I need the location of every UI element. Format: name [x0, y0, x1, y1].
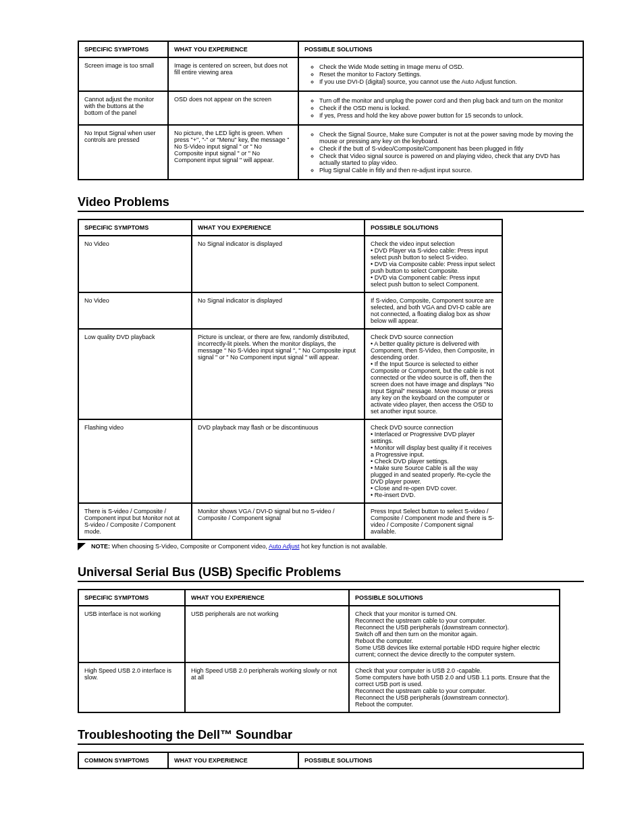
- cell: High Speed USB 2.0 peripherals working s…: [185, 662, 349, 712]
- cell: Monitor shows VGA / DVI-D signal but no …: [192, 503, 365, 540]
- line: Check that your monitor is turned ON.: [355, 610, 554, 617]
- table-row: Screen image is too small Image is cente…: [78, 57, 583, 91]
- table-row: Cannot adjust the monitor with the butto…: [78, 91, 583, 125]
- tableU-h1: WHAT YOU EXPERIENCE: [185, 590, 349, 606]
- video-problems-table: SPECIFIC SYMPTOMS WHAT YOU EXPERIENCE PO…: [78, 219, 503, 540]
- cell: Check the Wide Mode setting in Image men…: [298, 57, 583, 91]
- cell: Check the Signal Source, Make sure Compu…: [298, 125, 583, 180]
- line: • Make sure Source Cable is all the way …: [371, 465, 496, 485]
- cell: Turn off the monitor and unplug the powe…: [298, 91, 583, 125]
- usb-problems-table: SPECIFIC SYMPTOMS WHAT YOU EXPERIENCE PO…: [78, 589, 560, 713]
- table-row: Low quality DVD playback Picture is uncl…: [78, 329, 502, 419]
- cell: Screen image is too small: [78, 57, 168, 91]
- tableV-h0: SPECIFIC SYMPTOMS: [78, 219, 192, 236]
- tableA-h2: POSSIBLE SOLUTIONS: [298, 41, 583, 57]
- table-row: There is S-video / Composite / Component…: [78, 503, 502, 540]
- usb-problems-heading: Universal Serial Bus (USB) Specific Prob…: [78, 565, 584, 582]
- line: • Check DVD player settings.: [371, 458, 496, 465]
- note-text: When choosing S-Video, Composite or Comp…: [112, 543, 269, 550]
- video-problems-heading: Video Problems: [78, 195, 584, 212]
- line: • Monitor will display best quality if i…: [371, 444, 496, 458]
- soundbar-heading: Troubleshooting the Dell™ Soundbar: [78, 728, 584, 745]
- line: Reboot the computer.: [355, 701, 554, 708]
- table-row: Flashing video DVD playback may flash or…: [78, 419, 502, 503]
- cell: Check the video input selection • DVD Pl…: [365, 236, 502, 292]
- list-item: Check the Signal Source, Make sure Compu…: [319, 131, 577, 145]
- list-item: Check if the butt of S-video/Composite/C…: [319, 145, 577, 152]
- cell: Press Input Select button to select S-vi…: [365, 503, 502, 540]
- list-item: Plug Signal Cable in fitly and then re-a…: [319, 167, 577, 174]
- cell: No Input Signal when user controls are p…: [78, 125, 168, 180]
- cell: Check that your computer is USB 2.0 -cap…: [349, 662, 560, 712]
- tableA-h1: WHAT YOU EXPERIENCE: [168, 41, 298, 57]
- cell: If S-video, Composite, Component source …: [365, 292, 502, 329]
- cell: Picture is unclear, or there are few, ra…: [192, 329, 365, 419]
- tableV-h1: WHAT YOU EXPERIENCE: [192, 219, 365, 236]
- line: Reconnect the USB peripherals (downstrea…: [355, 694, 554, 701]
- note: NOTE: When choosing S-Video, Composite o…: [78, 543, 584, 550]
- line: Reboot the computer.: [355, 637, 554, 644]
- cell: Check DVD source connection • A better q…: [365, 329, 502, 419]
- table-row: High Speed USB 2.0 interface is slow. Hi…: [78, 662, 560, 712]
- table-row: No Input Signal when user controls are p…: [78, 125, 583, 180]
- note-icon: [78, 543, 86, 550]
- line: • Close and re-open DVD cover.: [371, 485, 496, 492]
- list-item: If yes, Press and hold the key above pow…: [319, 112, 577, 119]
- table-row: USB interface is not working USB periphe…: [78, 606, 560, 662]
- tableA-h0: SPECIFIC SYMPTOMS: [78, 41, 168, 57]
- cell: Flashing video: [78, 419, 192, 503]
- list-item: Check the Wide Mode setting in Image men…: [319, 63, 577, 70]
- cell: Check DVD source connection • Interlaced…: [365, 419, 502, 503]
- cell: Image is centered on screen, but does no…: [168, 57, 298, 91]
- line: Check DVD source connection: [371, 424, 496, 431]
- cell: Cannot adjust the monitor with the butto…: [78, 91, 168, 125]
- line: Some computers have both USB 2.0 and USB…: [355, 674, 554, 687]
- list-item: Check that Video signal source is powere…: [319, 153, 577, 166]
- tableU-h2: POSSIBLE SOLUTIONS: [349, 590, 560, 606]
- line: Check that your computer is USB 2.0 -cap…: [355, 667, 554, 674]
- list-item: Reset the monitor to Factory Settings.: [319, 71, 577, 78]
- cell: USB interface is not working: [78, 606, 185, 662]
- line: • Re-insert DVD.: [371, 492, 496, 498]
- cell: Check that your monitor is turned ON. Re…: [349, 606, 560, 662]
- line: Reconnect the USB peripherals (downstrea…: [355, 624, 554, 631]
- cell: High Speed USB 2.0 interface is slow.: [78, 662, 185, 712]
- cell: No Video: [78, 236, 192, 292]
- cell: No Signal indicator is displayed: [192, 236, 365, 292]
- cell: No picture, the LED light is green. When…: [168, 125, 298, 180]
- line: Reconnect the upstream cable to your com…: [355, 687, 554, 694]
- cell: DVD playback may flash or be discontinuo…: [192, 419, 365, 503]
- table-row: No Video No Signal indicator is displaye…: [78, 292, 502, 329]
- line: Switch off and then turn on the monitor …: [355, 631, 554, 637]
- tableSB-h0: COMMON SYMPTOMS: [78, 752, 168, 768]
- list-item: Turn off the monitor and unplug the powe…: [319, 97, 577, 104]
- cell: There is S-video / Composite / Component…: [78, 503, 192, 540]
- line: Reconnect the upstream cable to your com…: [355, 617, 554, 624]
- cell: No Video: [78, 292, 192, 329]
- auto-adjust-link[interactable]: Auto Adjust: [269, 543, 300, 550]
- table-row: No Video No Signal indicator is displaye…: [78, 236, 502, 292]
- tableSB-h1: WHAT YOU EXPERIENCE: [168, 752, 298, 768]
- list-item: If you use DVI-D (digital) source, you c…: [319, 78, 577, 85]
- cell: USB peripherals are not working: [185, 606, 349, 662]
- cell: No Signal indicator is displayed: [192, 292, 365, 329]
- tableSB-h2: POSSIBLE SOLUTIONS: [298, 752, 583, 768]
- tableU-h0: SPECIFIC SYMPTOMS: [78, 590, 185, 606]
- line: Some USB devices like external portable …: [355, 644, 554, 658]
- tableV-h2: POSSIBLE SOLUTIONS: [365, 219, 502, 236]
- note-text: hot key function is not available.: [301, 543, 387, 550]
- note-label: NOTE:: [91, 543, 110, 550]
- product-specific-table: SPECIFIC SYMPTOMS WHAT YOU EXPERIENCE PO…: [78, 41, 584, 180]
- line: • Interlaced or Progressive DVD player s…: [371, 431, 496, 444]
- list-item: Check if the OSD menu is locked.: [319, 105, 577, 111]
- cell: Low quality DVD playback: [78, 329, 192, 419]
- cell: OSD does not appear on the screen: [168, 91, 298, 125]
- soundbar-table: COMMON SYMPTOMS WHAT YOU EXPERIENCE POSS…: [78, 752, 584, 769]
